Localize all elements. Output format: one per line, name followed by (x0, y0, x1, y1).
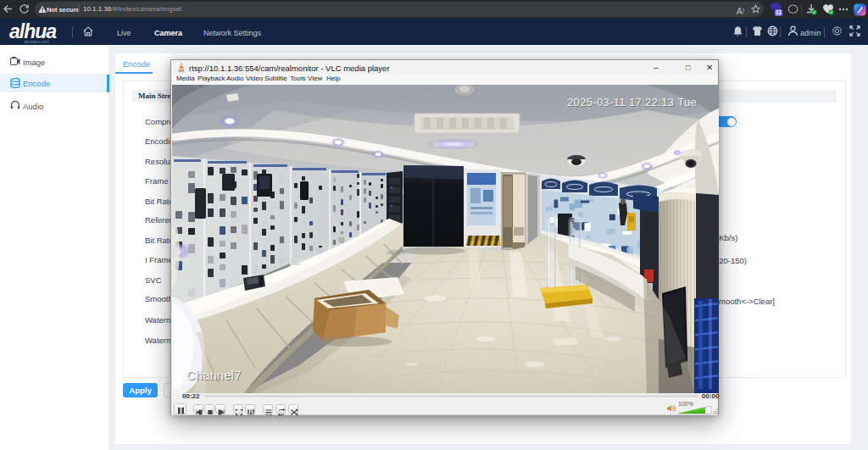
svg-text:Channel7: Channel7 (186, 368, 241, 382)
svg-text:2025-03-11 17:22:13 Tue: 2025-03-11 17:22:13 Tue (567, 96, 697, 108)
svg-text:11: 11 (776, 9, 782, 15)
